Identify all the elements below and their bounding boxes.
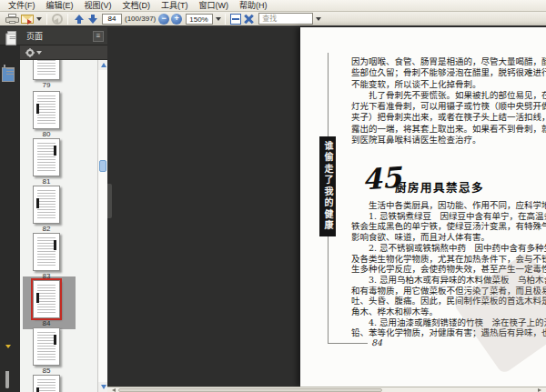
menu-item-edit[interactable]: 编辑(E) [41,0,79,11]
toolbar-separator [46,14,47,25]
pdf-reader-window: 文件(F) 编辑(E) 视图(V) 文档(D) 工具(T) 窗口(W) 帮助(H… [0,0,546,392]
panel-title: 页面 [26,30,93,42]
paragraph-block: 因为咽喉、食管、肠胃是相通的，尽管大量喝醋，醋也不能在这 些部位久留；骨刺不能够… [351,56,546,146]
email-icon [21,15,34,24]
menu-item-help[interactable]: 帮助(H) [234,0,273,11]
previous-page-button[interactable] [73,12,85,25]
gear-icon[interactable] [26,49,34,56]
thumbnail-list: 79 80 81 82 83 84 [20,60,97,392]
document-page[interactable]: 84 谁偷走了我的健康 因为咽喉、食管、肠胃是相通的，尽管大量喝醋，醋也不能在这… [300,27,546,387]
text-line: 影响食欲、味道，而且对人体有害。 [351,232,546,243]
fit-page-button[interactable] [243,12,254,25]
text-line: 铁会生成黑色的单宁铁，使绿豆汤汁变黑，有特殊气味，不但 [351,221,546,232]
text-line: 些部位久留；骨刺不能够浸泡在醋里，脱钙很难进行，骨刺就 [351,67,546,78]
print-button[interactable] [5,12,19,25]
email-button[interactable] [21,12,42,25]
page-thumbnail[interactable]: 82 [20,186,97,233]
layers-panel-button[interactable] [4,65,5,82]
menu-item-document[interactable]: 文档(D) [117,0,157,11]
arrow-down-icon [101,385,106,389]
toolbar-separator [225,14,226,25]
pages-icon [7,31,16,41]
text-line: 灯光下看准骨刺，可以用镊子或竹筷（顺中央劈开做成简易 [351,101,546,112]
search-options-caret[interactable] [316,17,321,24]
chevron-down-icon [216,17,221,24]
banner-text: 谁偷走了我的健康 [319,141,336,232]
chevron-down-icon[interactable] [36,51,42,57]
fit-width-button[interactable] [230,12,241,25]
text-line: 不能变软，所以谈不上化掉骨刺。 [351,79,546,90]
page-count-label: (100/397) [125,15,156,23]
page-number-input[interactable] [102,14,122,25]
menu-item-view[interactable]: 视图(V) [79,0,117,11]
text-line: 扎了骨刺先不要慌张。如果被扎的部位易见，在阳光或 [351,90,546,101]
page-thumbnail[interactable]: 85 [20,327,97,375]
arrow-up-icon [101,63,106,67]
search-input[interactable] [258,13,313,25]
pages-blue-icon [4,65,5,82]
text-line: 1. 忌铁锅煮绿豆 因绿豆中含有单宁，在高温条件下遇 [351,211,546,222]
fit-page-icon [243,14,254,25]
minus-icon: − [162,14,167,24]
text-line: 夹子）把骨刺夹出来，或者在筷子头上结一活扣线，对准骨刺 [351,112,546,123]
text-line: 2. 忌不锈钢或铁锅熬中药 因中药中含有多种生物碱以 [351,243,546,254]
toolbar: (100/397) − + 150% [0,12,546,27]
menu-bar: 文件(F) 编辑(E) 视图(V) 文档(D) 工具(T) 窗口(W) 帮助(H… [0,0,546,12]
thumbnail-scrollbar[interactable] [97,60,107,392]
page-thumbnail[interactable]: 79 [20,60,97,89]
thumbnails-options-bar [20,45,107,60]
zoom-out-button[interactable]: − [158,14,169,25]
arrow-down-icon [88,18,97,24]
panel-menu-button[interactable]: ≡ [93,31,104,42]
fit-width-icon [230,14,241,25]
previous-view-icon [52,14,63,25]
navigation-rail [0,27,20,392]
chapter-side-banner: 谁偷走了我的健康 [319,136,336,236]
zoom-in-button[interactable]: + [171,14,182,25]
text-line: 因为咽喉、食管、肠胃是相通的，尽管大量喝醋，醋也不能在这 [351,56,546,67]
page-thumbnail[interactable]: 83 [20,233,97,280]
chevron-down-icon [36,17,42,24]
page-number: 84 [371,337,382,347]
horizontal-scrollbar[interactable] [107,387,546,392]
printer-icon [5,14,19,25]
arrow-left-icon[interactable] [110,388,116,392]
zoom-level-select[interactable]: 150% [186,14,221,25]
text-line: 露出的一端，将其套上取出来。如果看不到骨刺，就应该赶快 [351,124,546,135]
document-canvas: 84 谁偷走了我的健康 因为咽喉、食管、肠胃是相通的，尽管大量喝醋，醋也不能在这… [107,27,546,392]
content-area: 页面 ≡ 79 80 81 82 [0,27,546,392]
pages-panel-header: 页面 ≡ [0,27,107,45]
menu-item-window[interactable]: 窗口(W) [194,0,235,11]
page-thumbnail-selected[interactable]: 84 [20,280,97,327]
text-line: 到医院耳鼻喉科请医生检查治疗。 [351,135,546,146]
footer-rule [328,343,368,344]
text-line: 生活中各类厨具，因功能、作用不同，应科学地使用。 [351,200,546,211]
panel-splitter-handle[interactable] [107,184,112,218]
paperclip-icon [5,371,9,388]
attachments-panel-button[interactable] [5,371,9,387]
menu-item-file[interactable]: 文件(F) [3,0,41,11]
toolbar-separator [67,14,68,25]
page-thumbnail[interactable]: 86 [20,375,97,392]
scrollbar-thumb[interactable] [118,388,382,392]
plus-icon: + [175,14,179,24]
scrollbar-thumb[interactable] [99,160,106,172]
chapter-title: 厨房用具禁忌多 [395,178,484,196]
next-page-button[interactable] [86,12,98,25]
page-thumbnail[interactable]: 80 [20,91,97,138]
arrow-right-icon[interactable] [538,388,543,392]
page-thumbnail[interactable]: 81 [20,138,97,186]
previous-view-button-disabled [52,12,63,25]
zoom-level-value: 150% [186,14,213,25]
menu-item-tools[interactable]: 工具(T) [156,0,194,11]
